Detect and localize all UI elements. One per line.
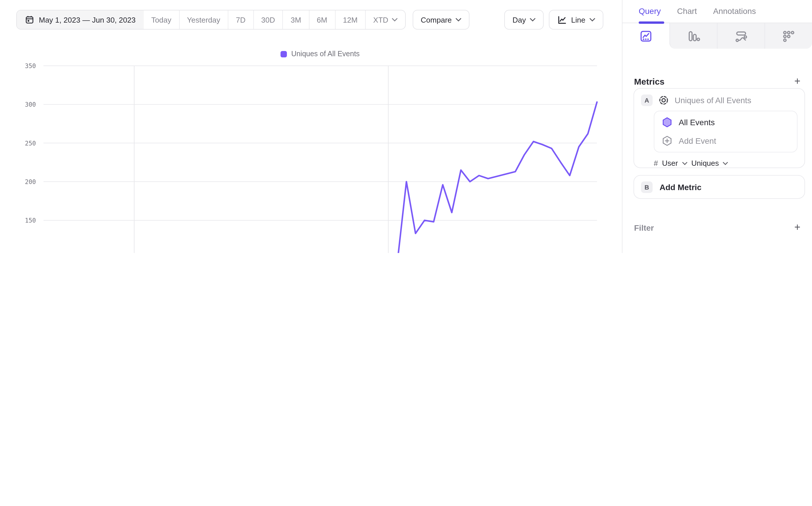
event-hexagon-icon — [661, 116, 673, 128]
line-chart[interactable]: 050100150200250300350May 1May 8May 15May… — [0, 0, 622, 253]
tile-flow[interactable] — [717, 23, 764, 49]
metrics-grid-icon — [782, 29, 795, 43]
flow-icon — [734, 29, 748, 43]
main-area: May 1, 2023 — Jun 30, 2023 TodayYesterda… — [0, 0, 622, 253]
sidebar-tabs: Query Chart Annotations — [623, 0, 812, 23]
y-axis-tick-label: 300 — [25, 101, 36, 108]
add-event-hexagon-icon — [661, 135, 673, 147]
add-event-label: Add Event — [679, 136, 716, 146]
metric-b-add-card[interactable]: B Add Metric — [633, 175, 805, 199]
count-symbol: # — [654, 159, 658, 168]
entity-dropdown[interactable]: User — [662, 159, 678, 168]
tile-bar-chart[interactable] — [669, 23, 717, 49]
y-axis-tick-label: 250 — [25, 140, 36, 147]
query-sidebar: Query Chart Annotations — [622, 0, 812, 253]
y-axis-tick-label: 350 — [25, 63, 36, 70]
chevron-down-icon — [682, 161, 687, 165]
event-row-all-events[interactable]: All Events — [661, 116, 790, 128]
event-name: All Events — [679, 118, 715, 127]
y-axis-tick-label: 150 — [25, 217, 36, 224]
filter-row: Filter + — [634, 222, 800, 234]
add-event-row[interactable]: Add Event — [661, 135, 790, 147]
metric-a-name: Uniques of All Events — [674, 96, 751, 105]
filter-label: Filter — [634, 223, 654, 232]
aggregation-row: # User Uniques — [654, 159, 798, 168]
insights-report-page: May 1, 2023 — Jun 30, 2023 TodayYesterda… — [0, 0, 812, 253]
add-filter-button[interactable]: + — [794, 222, 800, 234]
series-line-uniques-of-all-events[interactable] — [43, 102, 597, 253]
metrics-header-row: Metrics + — [634, 75, 800, 88]
tile-insights-active[interactable] — [623, 23, 669, 49]
add-metric-plus-button[interactable]: + — [794, 75, 800, 88]
report-type-tiles — [623, 23, 812, 49]
chevron-down-icon — [723, 161, 728, 165]
add-metric-label: Add Metric — [659, 182, 702, 191]
tab-query[interactable]: Query — [639, 6, 661, 23]
tab-annotations[interactable]: Annotations — [713, 6, 756, 23]
tile-metrics-grid[interactable] — [764, 23, 812, 49]
metric-a-badge: A — [641, 94, 653, 106]
metric-a-header: A Uniques of All Events — [641, 94, 798, 106]
metric-settings-icon[interactable] — [658, 94, 669, 106]
y-axis-tick-label: 200 — [25, 178, 36, 185]
metric-a-card[interactable]: A Uniques of All Events All Events — [633, 88, 805, 168]
active-tab-underline — [639, 21, 664, 24]
metric-b-badge: B — [641, 181, 653, 193]
metrics-title: Metrics — [634, 77, 664, 86]
aggregation-dropdown[interactable]: Uniques — [691, 159, 719, 168]
bar-chart-icon — [687, 29, 700, 43]
event-card: All Events Add Event — [654, 111, 798, 153]
tab-chart[interactable]: Chart — [677, 6, 697, 23]
insights-line-icon — [639, 29, 653, 43]
